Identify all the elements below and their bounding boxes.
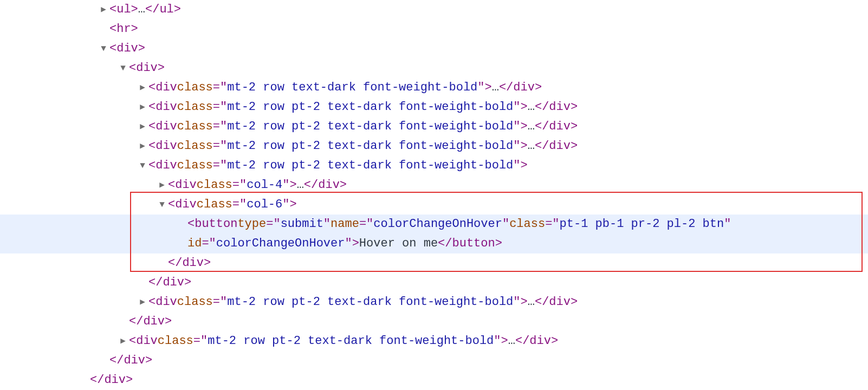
token-tag: =" xyxy=(266,214,280,234)
token-tag: <div xyxy=(148,117,177,136)
tree-row[interactable]: <hr> xyxy=(0,20,868,39)
chevron-right-icon[interactable]: ▶ xyxy=(137,98,148,117)
token-tag: </div> xyxy=(304,176,347,195)
tree-row[interactable]: ▶<div class="mt-2 row pt-2 text-dark fon… xyxy=(0,98,868,117)
token-attrval: submit xyxy=(281,214,323,234)
token-tag: "> xyxy=(513,156,527,176)
token-tag: "> xyxy=(345,234,359,253)
token-tag: </div> xyxy=(129,312,172,332)
tree-row[interactable]: ▶<div class="mt-2 row pt-2 text-dark fon… xyxy=(0,117,868,136)
token-tag: </button> xyxy=(438,234,502,253)
token-tag: </ul> xyxy=(145,0,181,20)
token-textnode: Hover on me xyxy=(359,234,438,253)
token-attrname: class xyxy=(509,214,545,234)
tree-row[interactable]: ▶<div class="mt-2 row pt-2 text-dark fon… xyxy=(0,332,868,351)
token-tag: <div xyxy=(148,136,177,156)
token-tag: </div> xyxy=(90,370,133,390)
tree-row[interactable]: ▶<div class="mt-2 row pt-2 text-dark fon… xyxy=(0,136,868,156)
token-attrname: class xyxy=(177,117,213,136)
token-tag: </div> xyxy=(168,253,211,273)
token-tag: <button xyxy=(187,214,237,234)
chevron-down-icon[interactable]: ▼ xyxy=(137,156,148,176)
tree-row[interactable]: <button type="submit" name="colorChangeO… xyxy=(0,214,868,234)
tree-row[interactable]: </div> xyxy=(0,253,868,273)
token-tag: <hr> xyxy=(109,20,138,39)
token-tag: " xyxy=(502,214,509,234)
token-attrname: class xyxy=(177,156,213,176)
tree-row[interactable]: ▼<div class="col-6"> xyxy=(0,195,868,214)
tree-row[interactable]: ▶<div class="mt-2 row pt-2 text-dark fon… xyxy=(0,292,868,312)
tree-row[interactable]: ▶<div class="mt-2 row text-dark font-wei… xyxy=(0,78,868,98)
token-attrval: mt-2 row text-dark font-weight-bold xyxy=(227,78,477,98)
token-tag: <div xyxy=(148,292,177,312)
token-attrval: mt-2 row pt-2 text-dark font-weight-bold xyxy=(227,98,513,117)
token-ellipsis: … xyxy=(528,117,535,136)
tree-row[interactable]: ▼<div> xyxy=(0,58,868,78)
token-tag: =" xyxy=(213,117,227,136)
token-tag: =" xyxy=(213,78,227,98)
token-tag: "> xyxy=(513,117,527,136)
token-ellipsis: … xyxy=(528,292,535,312)
token-attrname: class xyxy=(158,332,193,351)
dom-tree-pane: ▶<ul>…</ul><hr>▼<div>▼<div>▶<div class="… xyxy=(0,0,868,390)
token-ellipsis: … xyxy=(528,98,535,117)
chevron-right-icon[interactable]: ▶ xyxy=(137,78,148,98)
chevron-right-icon[interactable]: ▶ xyxy=(137,117,148,136)
chevron-down-icon[interactable]: ▼ xyxy=(156,195,168,214)
token-attrval: mt-2 row pt-2 text-dark font-weight-bold xyxy=(227,136,513,156)
tree-row[interactable]: </div> xyxy=(0,370,868,390)
token-attrname: class xyxy=(197,176,232,195)
token-tag: <div xyxy=(148,156,177,176)
chevron-right-icon[interactable]: ▶ xyxy=(98,0,109,20)
token-attrname: id xyxy=(187,234,202,253)
chevron-down-icon[interactable]: ▼ xyxy=(117,58,129,78)
token-tag: =" xyxy=(213,136,227,156)
tree-row[interactable]: </div> xyxy=(0,273,868,292)
token-tag: "> xyxy=(513,98,527,117)
tree-row[interactable]: </div> xyxy=(0,312,868,332)
tree-row[interactable]: ▶<div class="col-4">…</div> xyxy=(0,176,868,195)
tree-row[interactable]: ▼<div class="mt-2 row pt-2 text-dark fon… xyxy=(0,156,868,176)
token-tag: </div> xyxy=(535,98,578,117)
token-tag: =" xyxy=(359,214,373,234)
token-attrval: col-6 xyxy=(247,195,282,214)
token-tag: =" xyxy=(213,98,227,117)
token-tag: " xyxy=(323,214,331,234)
tree-row[interactable]: id="colorChangeOnHover">Hover on me</but… xyxy=(0,234,868,253)
token-attrval: mt-2 row pt-2 text-dark font-weight-bold xyxy=(208,332,494,351)
token-ellipsis: … xyxy=(492,78,499,98)
token-tag: =" xyxy=(213,292,227,312)
chevron-right-icon[interactable]: ▶ xyxy=(117,332,129,351)
token-tag: <div xyxy=(129,332,158,351)
tree-row[interactable]: </div> xyxy=(0,351,868,370)
token-tag: "> xyxy=(477,78,491,98)
chevron-right-icon[interactable]: ▶ xyxy=(137,136,148,156)
chevron-down-icon[interactable]: ▼ xyxy=(98,39,109,58)
token-attrval: pt-1 pb-1 pr-2 pl-2 btn xyxy=(560,214,724,234)
token-attrval: col-4 xyxy=(247,176,282,195)
token-attrname: type xyxy=(237,214,266,234)
token-tag: <div xyxy=(148,78,177,98)
token-tag: "> xyxy=(282,176,296,195)
token-tag: </div> xyxy=(499,78,542,98)
tree-row[interactable]: ▶<ul>…</ul> xyxy=(0,0,868,20)
token-tag: </div> xyxy=(148,273,191,292)
token-tag: </div> xyxy=(515,332,558,351)
token-tag: </div> xyxy=(535,292,578,312)
chevron-right-icon[interactable]: ▶ xyxy=(156,176,168,195)
token-attrval: mt-2 row pt-2 text-dark font-weight-bold xyxy=(227,156,513,176)
token-tag: </div> xyxy=(535,117,578,136)
tree-row[interactable]: ▼<div> xyxy=(0,39,868,58)
token-tag: "> xyxy=(494,332,508,351)
token-tag: =" xyxy=(193,332,208,351)
token-tag: </div> xyxy=(109,351,152,370)
chevron-right-icon[interactable]: ▶ xyxy=(137,292,148,312)
token-attrval: colorChangeOnHover xyxy=(373,214,502,234)
token-tag: <ul> xyxy=(109,0,138,20)
token-attrname: class xyxy=(177,98,213,117)
token-ellipsis: … xyxy=(528,136,535,156)
token-attrname: name xyxy=(331,214,359,234)
token-tag: <div xyxy=(168,176,197,195)
token-tag: =" xyxy=(545,214,559,234)
token-ellipsis: … xyxy=(297,176,304,195)
